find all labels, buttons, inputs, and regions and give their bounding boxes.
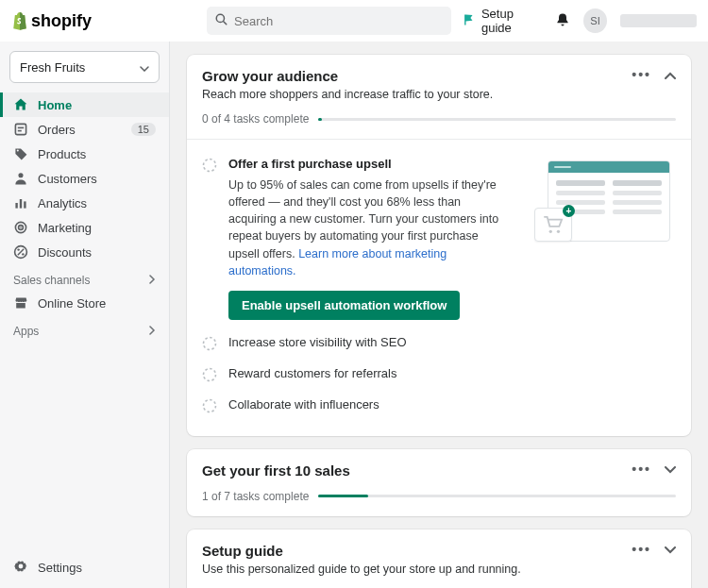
task-circle-icon [202,158,217,173]
svg-point-13 [17,248,19,250]
card-subtitle: Use this personalized guide to get your … [202,563,521,576]
svg-rect-2 [15,124,25,134]
nav-discounts[interactable]: Discounts [0,240,169,264]
shopping-bag-icon [11,11,28,30]
expand-icon[interactable] [665,543,676,557]
bell-icon[interactable] [555,12,570,30]
card-first-sales: Get your first 10 sales ••• 1 of 7 tasks… [187,449,691,516]
task-circle-icon [202,336,217,351]
nav-marketing[interactable]: Marketing [0,215,169,240]
avatar-initials: SI [590,15,599,26]
card-setup-guide: Setup guide Use this personalized guide … [187,529,691,588]
main-content: Grow your audience Reach more shoppers a… [170,42,708,588]
nav-orders[interactable]: Orders 15 [0,117,169,142]
card-title: Setup guide [202,543,521,559]
progress-text: 1 of 7 tasks complete [202,490,309,503]
orders-badge: 15 [131,123,156,136]
nav-label: Analytics [38,196,87,210]
store-name: Fresh Fruits [20,60,85,75]
nav-home[interactable]: Home [0,92,169,117]
nav-label: Products [38,147,86,161]
nav-label: Online Store [38,296,106,311]
avatar[interactable]: SI [583,8,607,33]
setup-guide-link[interactable]: Setup guide [463,7,542,35]
section-label: Apps [13,325,39,338]
svg-point-14 [22,253,24,255]
progress-bar [318,495,676,497]
top-header: shopify Setup guide SI [0,0,708,42]
task-desc: Up to 95% of sales can come from upsells… [228,176,512,279]
svg-rect-7 [20,199,22,209]
nav-label: Customers [38,172,97,186]
task-circle-icon [202,367,217,382]
header-right: Setup guide SI [463,7,697,35]
task-title: Reward customers for referrals [228,366,396,380]
svg-point-16 [204,160,216,172]
svg-point-17 [549,230,552,233]
svg-line-1 [224,22,227,25]
setup-guide-label: Setup guide [481,7,542,35]
nav-label: Orders [38,123,76,137]
percent-icon [13,244,28,260]
card-title: Get your first 10 sales [202,462,350,479]
caret-down-icon [140,60,149,75]
plus-icon: + [563,205,575,217]
bars-icon [13,195,28,210]
sales-channels-header[interactable]: Sales channels [0,264,169,291]
orders-icon [13,122,28,137]
svg-point-11 [20,227,22,228]
task-title: Collaborate with influencers [228,397,379,412]
search-box[interactable] [207,7,451,35]
task-referrals[interactable]: Reward customers for referrals [202,359,676,390]
progress-bar [318,118,676,121]
search-icon [214,12,228,29]
gear-icon [13,559,28,577]
task-circle-icon [202,398,217,413]
section-label: Sales channels [13,274,90,287]
progress-text: 0 of 4 tasks complete [202,112,309,126]
nav-customers[interactable]: Customers [0,166,169,191]
tag-icon [13,146,28,161]
svg-rect-8 [24,201,25,208]
brand-text: shopify [31,11,92,31]
more-icon[interactable]: ••• [632,546,651,553]
shopify-logo[interactable]: shopify [11,11,92,31]
more-icon[interactable]: ••• [632,466,651,473]
search-input[interactable] [234,14,444,28]
chevron-right-icon [148,274,156,287]
target-icon [13,220,28,235]
home-icon [13,97,28,112]
account-name-placeholder [620,14,697,27]
nav-analytics[interactable]: Analytics [0,191,169,215]
card-grow-audience: Grow your audience Reach more shoppers a… [187,55,691,436]
more-icon[interactable]: ••• [632,72,651,78]
task-influencers[interactable]: Collaborate with influencers [202,390,676,421]
illustration: + [529,157,670,251]
svg-point-20 [204,368,216,380]
nav-label: Discounts [38,245,92,260]
nav-online-store[interactable]: Online Store [0,291,169,315]
svg-rect-6 [15,203,17,209]
primary-nav: Home Orders 15 Products Customers Analyt… [0,92,169,264]
svg-point-18 [557,230,560,233]
apps-header[interactable]: Apps [0,315,169,342]
expand-icon[interactable] [665,462,676,477]
chevron-right-icon [148,325,156,338]
nav-settings[interactable]: Settings [0,547,169,588]
nav-label: Settings [38,561,82,575]
svg-point-21 [204,399,216,412]
svg-point-19 [204,337,216,349]
svg-point-5 [18,173,23,177]
store-icon [13,295,28,311]
card-title: Grow your audience [202,68,493,84]
cart-icon: + [534,208,572,242]
store-switcher[interactable]: Fresh Fruits [9,51,160,83]
nav-products[interactable]: Products [0,142,169,166]
collapse-icon[interactable] [665,68,676,82]
task-title: Increase store visibility with SEO [228,335,407,349]
task-seo[interactable]: Increase store visibility with SEO [202,328,676,359]
enable-upsell-button[interactable]: Enable upsell automation workflow [228,291,460,320]
card-subtitle: Reach more shoppers and increase traffic… [202,88,493,101]
task-upsell[interactable]: Offer a first purchase upsell Up to 95% … [202,149,676,328]
nav-label: Home [38,98,72,112]
